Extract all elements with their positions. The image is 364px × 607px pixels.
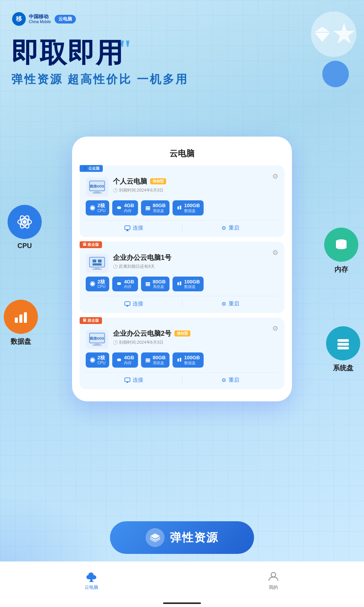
connect-icon — [124, 225, 130, 231]
settings-icon-personal[interactable]: ⚙ — [272, 172, 278, 181]
monitor-ent2: 统信UOS — [89, 332, 105, 346]
spec-cpu-personal: 2核 CPU — [86, 200, 109, 215]
card-info-personal: 个人云电脑 信创型 🕐 到期时间:2024年6月3日 — [113, 177, 278, 193]
svg-point-3 — [23, 220, 27, 224]
card-name-personal: 个人云电脑 信创型 — [113, 177, 278, 186]
storage-circle — [326, 326, 360, 360]
cpu-circle — [8, 205, 42, 239]
specs-row-personal: 2核 CPU 4GB 内存 — [86, 200, 278, 215]
profile-nav-icon — [267, 571, 279, 583]
svg-rect-69 — [146, 360, 150, 361]
svg-rect-50 — [146, 282, 150, 283]
card-enterprise2: 🏛 政企版 统信UOS 企业办公云电脑2号 信创型 🕐 到期时间 — [80, 318, 284, 389]
svg-rect-7 — [15, 318, 18, 323]
brand-cn: 中国移动 — [29, 14, 51, 19]
data-spec-icon — [176, 205, 182, 211]
spec-mem-personal: 4GB 内存 — [112, 200, 138, 215]
svg-rect-29 — [146, 206, 150, 208]
svg-rect-32 — [177, 206, 179, 209]
svg-rect-35 — [127, 230, 128, 231]
svg-rect-37 — [89, 257, 105, 267]
svg-rect-72 — [180, 358, 181, 362]
expire-personal: 🕐 到期时间:2024年6月3日 — [113, 187, 278, 193]
bottom-cta[interactable]: 弹性资源 — [110, 521, 254, 554]
hero-section: 即取即用 " 弹性资源 超高性价比 一机多用 — [11, 38, 353, 87]
spec-text-cpu-p: 2核 CPU — [97, 203, 105, 213]
svg-rect-20 — [95, 191, 99, 192]
nav-item-cloud[interactable]: 云电脑 — [85, 571, 98, 591]
nav-indicator — [163, 602, 201, 604]
svg-rect-53 — [177, 282, 179, 285]
card-info-ent2: 企业办公云电脑2号 信创型 🕐 到期时间:2024年6月3日 — [113, 329, 278, 345]
layers-icon — [149, 532, 161, 543]
svg-rect-74 — [127, 382, 128, 383]
restart-btn-ent2[interactable]: ⚙ 重启 — [182, 377, 279, 384]
atom-icon — [16, 213, 33, 231]
settings-icon-ent1[interactable]: ⚙ — [272, 248, 278, 257]
header: 移 中国移动 China Mobile 云电脑 — [11, 11, 76, 27]
storage-label: 系统盘 — [333, 363, 353, 373]
quote-mark: " — [118, 34, 132, 64]
svg-rect-30 — [146, 208, 150, 209]
data-label: 数据盘 — [11, 337, 31, 346]
svg-point-28 — [117, 208, 121, 209]
svg-rect-41 — [95, 267, 99, 269]
card-img-personal: 统信UOS — [86, 178, 108, 197]
svg-rect-54 — [180, 281, 181, 285]
svg-rect-70 — [146, 362, 150, 362]
spec-mem-ent1: 4GB 内存 — [112, 277, 138, 292]
cta-text: 弹性资源 — [170, 530, 218, 546]
chart-icon — [13, 308, 29, 325]
card-header-personal: 统信UOS 个人云电脑 信创型 🕐 到期时间:2024年6月3日 ⚙ — [86, 174, 278, 197]
hero-subtitle: 弹性资源 超高性价比 一机多用 — [11, 72, 353, 87]
svg-rect-71 — [177, 359, 179, 362]
connect-btn-ent1[interactable]: 连接 — [86, 300, 182, 307]
svg-rect-16 — [337, 343, 349, 346]
hero-title: 即取即用 — [11, 38, 124, 68]
specs-row-ent1: 2核 CPU 4GB 内存 — [86, 277, 278, 292]
svg-text:移: 移 — [16, 16, 22, 22]
mem-spec-icon — [116, 205, 122, 211]
svg-point-67 — [117, 360, 121, 361]
svg-point-77 — [271, 572, 276, 577]
badge-gov2: 🏛 政企版 — [80, 317, 102, 324]
restart-btn-ent1[interactable]: ⚙ 重启 — [182, 300, 279, 307]
memory-circle — [324, 228, 358, 262]
connect-btn-ent2[interactable]: 连接 — [86, 377, 182, 384]
card-name-ent2: 企业办公云电脑2号 信创型 — [113, 329, 278, 338]
svg-rect-33 — [180, 206, 181, 209]
sys-spec-icon — [145, 205, 151, 211]
svg-rect-59 — [95, 343, 99, 344]
person-icon: 👤 — [83, 166, 87, 170]
brand-en: China Mobile — [29, 20, 51, 24]
svg-rect-15 — [337, 339, 349, 342]
settings-icon-ent2[interactable]: ⚙ — [272, 324, 278, 333]
svg-rect-17 — [337, 347, 349, 349]
spec-data-ent2: 100GB 数据盘 — [173, 352, 204, 368]
data-circle — [4, 300, 38, 334]
spec-data-ent1: 100GB 数据盘 — [173, 277, 204, 292]
spec-sys-ent2: 80GB 系统盘 — [141, 352, 169, 368]
card-actions-personal: 连接 ⚙ 重启 — [86, 220, 278, 232]
info-tag-ent2: 信创型 — [174, 330, 190, 337]
svg-rect-76 — [89, 581, 94, 582]
restart-btn-personal[interactable]: ⚙ 重启 — [182, 225, 279, 231]
storage-icon — [335, 335, 351, 352]
expire-ent1: 🕐 距离到期日还有8天 — [113, 264, 278, 269]
bottom-nav: 云电脑 我的 — [0, 561, 364, 607]
connect-btn-personal[interactable]: 连接 — [86, 225, 182, 231]
memory-label: 内存 — [334, 265, 348, 274]
badge-public: 👤 公众版 — [80, 165, 103, 172]
database-icon — [333, 236, 350, 253]
cloud-nav-icon — [85, 571, 97, 583]
spec-sys-personal: 80GB 系统盘 — [141, 200, 169, 215]
card-enterprise1: 🏛 政企版 企业办公云电脑1号 🕐 距 — [80, 242, 284, 313]
info-tag-personal: 信创型 — [150, 178, 166, 184]
nav-item-profile[interactable]: 我的 — [267, 571, 279, 591]
svg-rect-75 — [90, 579, 93, 581]
cpu-spec-icon — [89, 205, 96, 211]
phone-title: 云电脑 — [80, 148, 284, 159]
svg-rect-38 — [93, 259, 96, 263]
spec-cpu-ent2: 2核 CPU — [86, 352, 109, 368]
svg-rect-42 — [93, 269, 102, 270]
